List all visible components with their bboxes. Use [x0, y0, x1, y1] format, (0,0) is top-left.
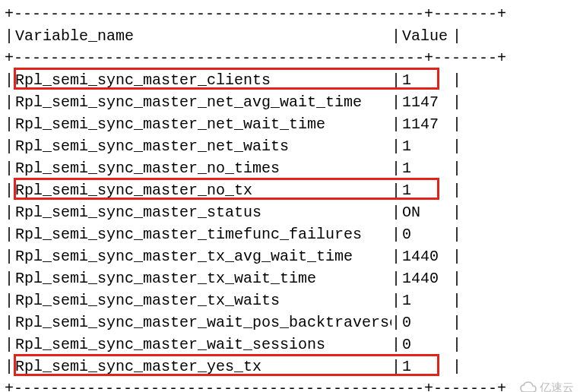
variable-name: Rpl_semi_sync_master_status — [15, 201, 391, 223]
variable-name: Rpl_semi_sync_master_net_avg_wait_time — [15, 91, 391, 113]
pipe: | — [391, 223, 402, 245]
pipe: | — [391, 201, 402, 223]
pipe: | — [452, 69, 463, 91]
header-name: Variable_name — [15, 25, 391, 47]
variable-name: Rpl_semi_sync_master_tx_wait_time — [15, 267, 391, 289]
variable-name: Rpl_semi_sync_master_wait_pos_backtraver… — [15, 311, 391, 334]
pipe: | — [452, 157, 463, 179]
variable-value: 1 — [402, 69, 452, 91]
pipe: | — [5, 267, 15, 289]
table-row: | Rpl_semi_sync_master_wait_pos_backtrav… — [5, 311, 575, 334]
table-header-border: +---------------------------------------… — [5, 47, 575, 69]
table-row: | Rpl_semi_sync_master_net_wait_time| 11… — [5, 113, 575, 135]
pipe: | — [5, 69, 15, 91]
variable-value: 1 — [402, 157, 452, 179]
pipe: | — [5, 157, 15, 179]
pipe: | — [452, 267, 463, 289]
table-row: | Rpl_semi_sync_master_net_waits| 1| — [5, 135, 575, 157]
variable-name: Rpl_semi_sync_master_net_wait_time — [15, 113, 391, 135]
table-row: | Rpl_semi_sync_master_no_tx| 1| — [5, 179, 575, 201]
variable-name: Rpl_semi_sync_master_wait_sessions — [15, 334, 391, 356]
pipe: | — [5, 201, 15, 223]
pipe: | — [391, 157, 402, 179]
pipe: | — [452, 356, 463, 378]
pipe: | — [452, 311, 463, 334]
variable-value: 1440 — [402, 267, 452, 289]
cloud-icon — [520, 381, 537, 392]
pipe: | — [5, 135, 15, 157]
variable-value: 1147 — [402, 113, 452, 135]
variable-value: 1 — [402, 135, 452, 157]
table-row: | Rpl_semi_sync_master_yes_tx| 1| — [5, 356, 575, 378]
pipe: | — [452, 113, 463, 135]
pipe: | — [391, 135, 402, 157]
watermark: 亿速云 — [520, 376, 574, 392]
variable-name: Rpl_semi_sync_master_clients — [15, 69, 391, 91]
table-row: | Rpl_semi_sync_master_wait_sessions| 0| — [5, 334, 575, 356]
table-row: | Rpl_semi_sync_master_net_avg_wait_time… — [5, 91, 575, 113]
pipe: | — [452, 25, 463, 47]
watermark-text: 亿速云 — [540, 376, 574, 392]
pipe: | — [452, 289, 463, 311]
table-row: | Rpl_semi_sync_master_status| ON| — [5, 201, 575, 223]
pipe: | — [391, 267, 402, 289]
pipe: | — [391, 311, 402, 334]
pipe: | — [5, 113, 15, 135]
pipe: | — [391, 113, 402, 135]
table-top-border: +---------------------------------------… — [5, 3, 575, 25]
pipe: | — [5, 289, 15, 311]
pipe: | — [391, 289, 402, 311]
pipe: | — [391, 245, 402, 267]
variable-name: Rpl_semi_sync_master_tx_waits — [15, 289, 391, 311]
variable-name: Rpl_semi_sync_master_timefunc_failures — [15, 223, 391, 245]
pipe: | — [5, 179, 15, 201]
pipe: | — [391, 179, 402, 201]
pipe: | — [5, 25, 15, 47]
pipe: | — [452, 201, 463, 223]
pipe: | — [391, 334, 402, 356]
table-row: | Rpl_semi_sync_master_timefunc_failures… — [5, 223, 575, 245]
pipe: | — [452, 135, 463, 157]
pipe: | — [391, 69, 402, 91]
table-row: | Rpl_semi_sync_master_tx_wait_time| 144… — [5, 267, 575, 289]
pipe: | — [5, 356, 15, 378]
table-row: | Rpl_semi_sync_master_clients| 1| — [5, 69, 575, 91]
pipe: | — [5, 311, 15, 334]
variable-value: 1 — [402, 179, 452, 201]
pipe: | — [452, 334, 463, 356]
table-row: | Rpl_semi_sync_master_no_times| 1| — [5, 157, 575, 179]
pipe: | — [5, 334, 15, 356]
pipe: | — [5, 91, 15, 113]
variable-name: Rpl_semi_sync_master_yes_tx — [15, 356, 391, 378]
variable-name: Rpl_semi_sync_master_no_tx — [15, 179, 391, 201]
pipe: | — [391, 25, 402, 47]
table-bottom-border: +---------------------------------------… — [5, 378, 575, 392]
variable-value: 0 — [402, 334, 452, 356]
pipe: | — [391, 356, 402, 378]
pipe: | — [452, 245, 463, 267]
variable-value: 0 — [402, 223, 452, 245]
variable-value: ON — [402, 201, 452, 223]
pipe: | — [452, 223, 463, 245]
pipe: | — [5, 223, 15, 245]
variable-value: 1 — [402, 289, 452, 311]
pipe: | — [452, 91, 463, 113]
variable-name: Rpl_semi_sync_master_no_times — [15, 157, 391, 179]
variable-name: Rpl_semi_sync_master_net_waits — [15, 135, 391, 157]
variable-name: Rpl_semi_sync_master_tx_avg_wait_time — [15, 245, 391, 267]
pipe: | — [452, 179, 463, 201]
variable-value: 1147 — [402, 91, 452, 113]
table-header-row: | Variable_name | Value | — [5, 25, 575, 47]
pipe: | — [391, 91, 402, 113]
header-value: Value — [402, 25, 452, 47]
variable-value: 0 — [402, 311, 452, 334]
table-row: | Rpl_semi_sync_master_tx_waits| 1| — [5, 289, 575, 311]
table-row: | Rpl_semi_sync_master_tx_avg_wait_time|… — [5, 245, 575, 267]
variable-value: 1440 — [402, 245, 452, 267]
pipe: | — [5, 245, 15, 267]
variable-value: 1 — [402, 356, 452, 378]
